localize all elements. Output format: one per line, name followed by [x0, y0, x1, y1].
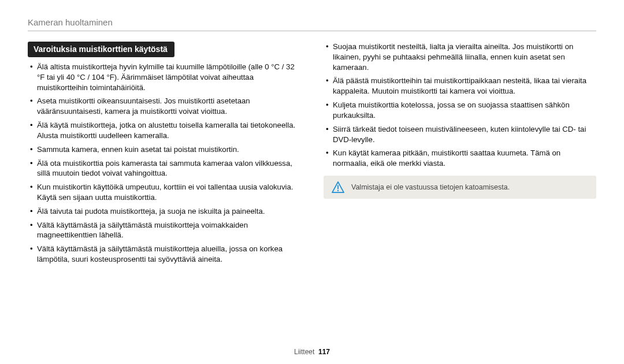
warning-note: Valmistaja ei ole vastuussa tietojen kat…	[324, 176, 596, 199]
list-item: Kun muistikortin käyttöikä umpeutuu, kor…	[30, 182, 300, 203]
footer-section: Liitteet	[294, 348, 314, 356]
list-item: Älä käytä muistikortteja, jotka on alust…	[30, 120, 300, 141]
breadcrumb: Kameran huoltaminen	[28, 17, 596, 31]
list-item: Älä päästä muistikortteihin tai muistiko…	[326, 76, 596, 96]
list-item: Vältä käyttämästä ja säilyttämästä muist…	[30, 220, 300, 241]
list-item: Aseta muistikortti oikeansuuntaisesti. J…	[30, 96, 300, 117]
page-footer: Liitteet 117	[28, 342, 596, 364]
left-bullet-list: Älä altista muistikortteja hyvin kylmill…	[28, 62, 300, 265]
content-columns: Varoituksia muistikorttien käytöstä Älä …	[28, 42, 596, 342]
list-item: Älä ota muistikorttia pois kamerasta tai…	[30, 158, 300, 179]
right-bullet-list: Suojaa muistikortit nesteiltä, lialta ja…	[324, 42, 596, 169]
svg-point-1	[337, 190, 339, 191]
list-item: Kun käytät kameraa pitkään, muistikortti…	[326, 148, 596, 169]
right-column: Suojaa muistikortit nesteiltä, lialta ja…	[324, 42, 596, 342]
warning-note-text: Valmistaja ei ole vastuussa tietojen kat…	[351, 183, 510, 191]
section-title: Varoituksia muistikorttien käytöstä	[28, 42, 174, 57]
left-column: Varoituksia muistikorttien käytöstä Älä …	[28, 42, 300, 342]
list-item: Sammuta kamera, ennen kuin asetat tai po…	[30, 144, 300, 155]
warning-triangle-icon	[332, 181, 344, 193]
list-item: Älä altista muistikortteja hyvin kylmill…	[30, 62, 300, 92]
list-item: Siirrä tärkeät tiedot toiseen muistiväli…	[326, 124, 596, 145]
list-item: Kuljeta muistikorttia kotelossa, jossa s…	[326, 100, 596, 121]
list-item: Vältä käyttämästä ja säilyttämästä muist…	[30, 244, 300, 265]
list-item: Suojaa muistikortit nesteiltä, lialta ja…	[326, 42, 596, 72]
list-item: Älä taivuta tai pudota muistikortteja, j…	[30, 206, 300, 217]
footer-page-number: 117	[318, 348, 330, 356]
